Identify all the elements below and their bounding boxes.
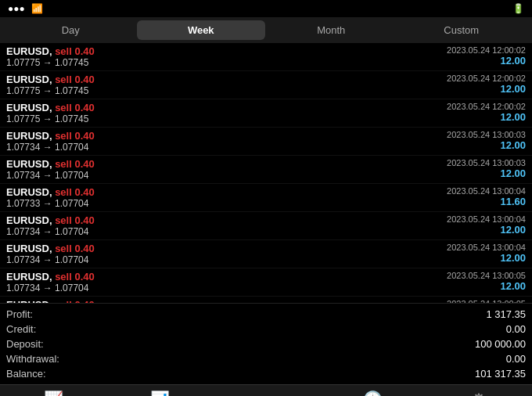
trade-action: sell	[55, 102, 72, 113]
summary-row: Credit: 0.00	[6, 322, 526, 337]
history-icon: 🕐	[363, 390, 383, 396]
trade-value: 12.00	[500, 280, 526, 292]
summary-label: Balance:	[6, 368, 46, 380]
currency-pair: EURUSD,	[6, 74, 52, 85]
tab-custom[interactable]: Custom	[397, 20, 527, 40]
nav-item-settings[interactable]: ⚙ Settings	[426, 390, 532, 396]
trade-amount: 0.40	[74, 130, 94, 142]
nav-item-quotes[interactable]: 📈 Quotes	[0, 390, 106, 396]
trade-date: 2023.05.24 13:00:05	[447, 271, 526, 280]
trade-value: 11.60	[500, 196, 526, 207]
trade-action: sell	[55, 186, 72, 198]
trade-left: EURUSD, sell 0.40 1.07734 → 1.07704	[6, 243, 95, 265]
trade-prices: 1.07775 → 1.07745	[6, 85, 95, 96]
tab-month[interactable]: Month	[267, 20, 396, 40]
trade-value: 12.00	[500, 111, 526, 123]
trade-date: 2023.05.24 13:00:04	[447, 214, 526, 224]
main-content: EURUSD, sell 0.40 1.07775 → 1.07745 2023…	[0, 43, 532, 384]
currency-pair: EURUSD,	[6, 158, 52, 170]
trade-right: 2023.05.24 13:00:04 12.00	[447, 214, 526, 236]
trade-action: sell	[55, 45, 72, 57]
currency-pair: EURUSD,	[6, 45, 52, 57]
nav-item-chart[interactable]: 📊 Chart	[106, 390, 213, 396]
trade-prices: 1.07733 → 1.07704	[6, 198, 95, 209]
trade-value: 12.00	[500, 139, 526, 151]
trade-left: EURUSD, sell 0.40 1.07775 → 1.07745	[6, 45, 95, 68]
summary-section: Profit: 1 317.35 Credit: 0.00 Deposit: 1…	[0, 303, 532, 384]
trade-row: EURUSD, sell 0.40 1.07734 → 1.07704 2023…	[0, 240, 532, 268]
trade-amount: 0.40	[74, 186, 94, 198]
trade-icon: ↔	[258, 391, 274, 397]
summary-value: 0.00	[506, 353, 526, 365]
summary-value: 0.00	[506, 323, 526, 335]
trade-row: EURUSD, sell 0.40 1.07734 → 1.07704 2023…	[0, 212, 532, 240]
trade-row: EURUSD, sell 0.40 1.07775 → 1.07745 2023…	[0, 43, 532, 71]
trade-amount: 0.40	[74, 158, 94, 170]
tab-day[interactable]: Day	[6, 20, 135, 40]
nav-item-trade[interactable]: ↔ Trade	[213, 391, 319, 397]
trade-action: sell	[55, 214, 72, 226]
trade-value: 12.00	[500, 83, 526, 95]
trade-left: EURUSD, sell 0.40 1.07734 → 1.07704	[6, 214, 95, 237]
trade-right: 2023.05.24 13:00:03 12.00	[447, 130, 526, 151]
tab-week[interactable]: Week	[137, 20, 266, 40]
trade-prices: 1.07734 → 1.07704	[6, 226, 95, 237]
status-right: 🔋	[509, 3, 524, 14]
summary-value: 101 317.35	[475, 368, 526, 380]
trade-action: sell	[55, 130, 72, 142]
settings-icon: ⚙	[472, 390, 486, 396]
trade-symbol: EURUSD, sell 0.40	[6, 102, 95, 113]
trade-date: 2023.05.24 12:00:02	[447, 74, 526, 83]
summary-label: Deposit:	[6, 338, 44, 350]
trade-prices: 1.07775 → 1.07745	[6, 113, 95, 124]
currency-pair: EURUSD,	[6, 102, 52, 113]
trade-value: 12.00	[500, 55, 526, 67]
trade-action: sell	[55, 271, 72, 283]
trade-date: 2023.05.24 12:00:02	[447, 45, 526, 55]
trade-value: 12.00	[500, 252, 526, 264]
trade-value: 12.00	[500, 224, 526, 236]
trade-action: sell	[55, 74, 72, 85]
summary-label: Profit:	[6, 308, 33, 320]
trade-date: 2023.05.24 13:00:03	[447, 130, 526, 139]
trade-symbol: EURUSD, sell 0.40	[6, 243, 95, 254]
trade-symbol: EURUSD, sell 0.40	[6, 130, 95, 142]
trade-amount: 0.40	[74, 271, 94, 283]
trade-right: 2023.05.24 13:00:04 12.00	[447, 243, 526, 264]
wifi-icon: 📶	[31, 3, 43, 14]
trade-date: 2023.05.24 13:00:04	[447, 186, 526, 196]
bottom-navigation: 📈 Quotes 📊 Chart ↔ Trade 🕐 History ⚙ Set…	[0, 384, 532, 396]
trade-row: EURUSD, sell 0.40 1.07734 → 1.07704 2023…	[0, 128, 532, 156]
trade-prices: 1.07775 → 1.07745	[6, 57, 95, 68]
currency-pair: EURUSD,	[6, 186, 52, 198]
currency-pair: EURUSD,	[6, 243, 52, 254]
trade-action: sell	[55, 158, 72, 170]
nav-item-history[interactable]: 🕐 History	[319, 390, 426, 396]
trade-prices: 1.07734 → 1.07704	[6, 170, 95, 181]
trade-right: 2023.05.24 12:00:02 12.00	[447, 102, 526, 123]
trade-left: EURUSD, sell 0.40 1.07733 → 1.07704	[6, 186, 95, 209]
summary-row: Profit: 1 317.35	[6, 307, 526, 322]
trade-right: 2023.05.24 13:00:03 12.00	[447, 158, 526, 179]
trade-row: EURUSD, sell 0.40 1.07734 → 1.07704 2023…	[0, 297, 532, 303]
trade-symbol: EURUSD, sell 0.40	[6, 214, 95, 226]
trade-row: EURUSD, sell 0.40 1.07775 → 1.07745 2023…	[0, 71, 532, 99]
trade-date: 2023.05.24 13:00:04	[447, 243, 526, 252]
trade-amount: 0.40	[74, 102, 94, 113]
summary-label: Withdrawal:	[6, 353, 59, 365]
trade-action: sell	[55, 243, 72, 254]
period-tab-bar: Day Week Month Custom	[0, 17, 532, 43]
trade-list[interactable]: EURUSD, sell 0.40 1.07775 → 1.07745 2023…	[0, 43, 532, 303]
trade-prices: 1.07734 → 1.07704	[6, 283, 95, 293]
trade-row: EURUSD, sell 0.40 1.07733 → 1.07704 2023…	[0, 184, 532, 212]
trade-row: EURUSD, sell 0.40 1.07734 → 1.07704 2023…	[0, 156, 532, 184]
summary-value: 100 000.00	[475, 338, 526, 350]
trade-left: EURUSD, sell 0.40 1.07775 → 1.07745	[6, 102, 95, 124]
trade-left: EURUSD, sell 0.40 1.07775 → 1.07745	[6, 74, 95, 96]
trade-prices: 1.07734 → 1.07704	[6, 254, 95, 265]
signal-icon: ●●●	[8, 3, 25, 14]
trade-amount: 0.40	[74, 74, 94, 85]
trade-right: 2023.05.24 12:00:02 12.00	[447, 74, 526, 95]
summary-value: 1 317.35	[486, 308, 526, 320]
trade-left: EURUSD, sell 0.40 1.07734 → 1.07704	[6, 271, 95, 293]
